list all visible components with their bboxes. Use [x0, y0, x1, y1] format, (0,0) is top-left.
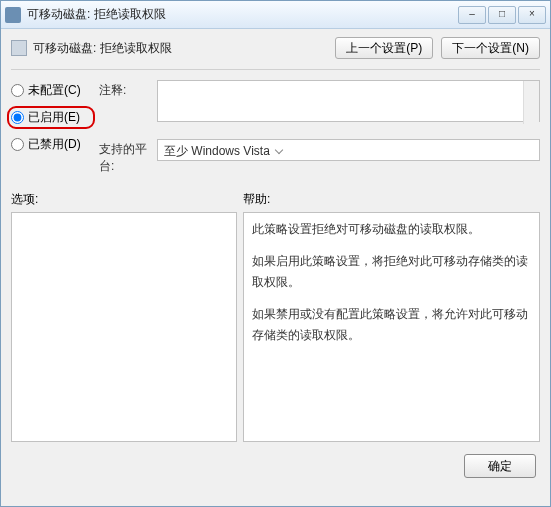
radio-enabled-label: 已启用(E): [28, 109, 80, 126]
comment-label: 注释:: [99, 80, 157, 125]
section-labels: 选项: 帮助:: [1, 175, 550, 212]
minimize-button[interactable]: –: [458, 6, 486, 24]
fields-column: 注释: 支持的平台: 至少 Windows Vista: [99, 80, 540, 175]
radio-not-configured[interactable]: 未配置(C): [11, 82, 89, 99]
policy-title: 可移动磁盘: 拒绝读取权限: [33, 40, 335, 57]
help-text-1: 此策略设置拒绝对可移动磁盘的读取权限。: [252, 219, 531, 239]
next-setting-button[interactable]: 下一个设置(N): [441, 37, 540, 59]
radio-enabled-input[interactable]: [11, 111, 24, 124]
comment-textarea[interactable]: [157, 80, 540, 122]
help-text-3: 如果禁用或没有配置此策略设置，将允许对此可移动存储类的读取权限。: [252, 304, 531, 345]
options-label: 选项:: [11, 191, 243, 208]
header-row: 可移动磁盘: 拒绝读取权限 上一个设置(P) 下一个设置(N): [1, 29, 550, 69]
help-text-2: 如果启用此策略设置，将拒绝对此可移动存储类的读取权限。: [252, 251, 531, 292]
platform-value: 至少 Windows Vista: [157, 139, 540, 161]
comment-row: 注释:: [99, 80, 540, 125]
radio-not-configured-input[interactable]: [11, 84, 24, 97]
maximize-button[interactable]: □: [488, 6, 516, 24]
titlebar[interactable]: 可移动磁盘: 拒绝读取权限 – □ ×: [1, 1, 550, 29]
window-controls: – □ ×: [458, 6, 546, 24]
nav-buttons: 上一个设置(P) 下一个设置(N): [335, 37, 540, 59]
radio-disabled-input[interactable]: [11, 138, 24, 151]
button-bar: 确定: [1, 442, 550, 486]
radio-disabled-label: 已禁用(D): [28, 136, 81, 153]
app-icon: [5, 7, 21, 23]
prev-setting-button[interactable]: 上一个设置(P): [335, 37, 433, 59]
radio-enabled[interactable]: 已启用(E): [7, 106, 95, 129]
scrollbar[interactable]: [523, 81, 539, 124]
policy-icon: [11, 40, 27, 56]
state-radio-group: 未配置(C) 已启用(E) 已禁用(D): [11, 80, 89, 175]
platform-label: 支持的平台:: [99, 139, 157, 175]
radio-disabled[interactable]: 已禁用(D): [11, 136, 89, 153]
platform-row: 支持的平台: 至少 Windows Vista: [99, 139, 540, 175]
panels-row: 此策略设置拒绝对可移动磁盘的读取权限。 如果启用此策略设置，将拒绝对此可移动存储…: [1, 212, 550, 442]
options-panel: [11, 212, 237, 442]
help-panel: 此策略设置拒绝对可移动磁盘的读取权限。 如果启用此策略设置，将拒绝对此可移动存储…: [243, 212, 540, 442]
close-button[interactable]: ×: [518, 6, 546, 24]
policy-editor-window: 可移动磁盘: 拒绝读取权限 – □ × 可移动磁盘: 拒绝读取权限 上一个设置(…: [0, 0, 551, 507]
ok-button[interactable]: 确定: [464, 454, 536, 478]
body-area: 未配置(C) 已启用(E) 已禁用(D) 注释: 支持的平台:: [1, 70, 550, 175]
radio-not-configured-label: 未配置(C): [28, 82, 81, 99]
help-label: 帮助:: [243, 191, 270, 208]
window-title: 可移动磁盘: 拒绝读取权限: [27, 6, 458, 23]
